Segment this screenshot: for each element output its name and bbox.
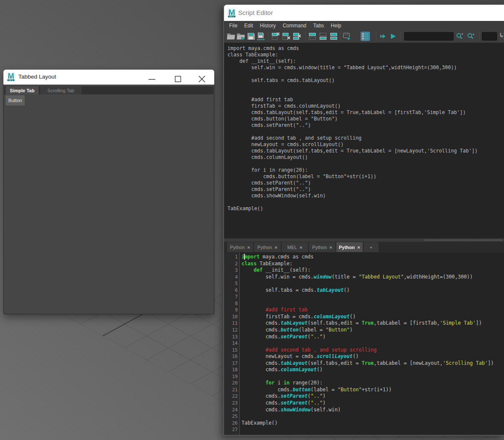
menu-command[interactable]: Command: [279, 23, 309, 29]
search-input[interactable]: [404, 32, 454, 41]
history-pane[interactable]: import maya.cmds as cmdsclass TabExample…: [224, 43, 504, 238]
line-number: 18: [224, 367, 239, 373]
maximize-button[interactable]: [173, 74, 183, 84]
tabbed-layout-window: M MAYA Tabbed Layout Simple TabScrolling…: [3, 70, 214, 314]
line-number: 15: [224, 347, 239, 354]
maya-icon: M MAYA: [6, 72, 15, 82]
code-line: cmds.button(label = "Button"+str(i+1)): [242, 387, 504, 393]
toolbar-separator: [479, 32, 480, 41]
code-area[interactable]: import maya.cmds as cmdsclass TabExample…: [242, 252, 504, 435]
code-line: def __init__(self):: [242, 267, 504, 274]
history-line: cmds.button(label = "Button"+str(i+1)): [227, 173, 504, 180]
editor-tab-python[interactable]: Python×: [336, 242, 363, 252]
code-line: [242, 300, 504, 307]
show-input-only-icon[interactable]: [318, 32, 328, 41]
code-line: [242, 413, 504, 420]
editor-tab-python[interactable]: Python×: [227, 242, 253, 252]
close-tab-icon[interactable]: ×: [329, 245, 332, 250]
editor-tab-bar: Python×Python×MEL×Python×Python×+: [224, 242, 504, 252]
menu-bar: FileEditHistoryCommandTabsHelp: [224, 21, 504, 30]
code-line: #add second tab , and setup scrolling: [242, 347, 504, 354]
line-number: 24: [224, 407, 239, 414]
clear-input-icon[interactable]: [282, 32, 291, 41]
line-number: 22: [224, 393, 239, 400]
tab-simple-tab[interactable]: Simple Tab: [6, 86, 39, 94]
new-tab-button[interactable]: +: [364, 242, 379, 252]
menu-edit[interactable]: Edit: [241, 23, 256, 29]
search-down-icon[interactable]: [455, 32, 464, 41]
history-line: cmds.setParent(".."): [227, 186, 504, 193]
history-line: cmds.tabLayout(self.tabs,edit = True,tab…: [227, 109, 504, 116]
menu-file[interactable]: File: [226, 23, 241, 29]
code-line: [242, 426, 504, 433]
history-line: [227, 199, 504, 205]
goto-line-icon[interactable]: [499, 32, 504, 41]
history-line: import maya.cmds as cmds: [227, 45, 504, 52]
line-number: 20: [224, 380, 239, 387]
history-line: TabExample(): [227, 205, 504, 212]
line-number: 13: [224, 334, 239, 340]
show-history-only-icon[interactable]: [308, 32, 317, 41]
line-number: 4: [224, 274, 239, 281]
clear-history-icon[interactable]: [271, 32, 280, 41]
toolbar-separator: [340, 32, 341, 41]
code-line: cmds.button(label = "Button"): [242, 327, 504, 334]
editor-tab-python[interactable]: Python×: [309, 242, 335, 252]
open-script-icon[interactable]: [226, 32, 236, 41]
show-both-icon[interactable]: [329, 32, 338, 41]
minimize-button[interactable]: [147, 74, 157, 84]
code-line: cmds.columnLayout(): [242, 367, 504, 373]
code-line: #add first tab: [242, 307, 504, 314]
save-to-shelf-icon[interactable]: [256, 32, 265, 41]
menu-help[interactable]: Help: [327, 23, 345, 29]
line-number-gutter: 1234567891011121314151617181920212223242…: [224, 252, 240, 435]
history-line: cmds.setParent(".."): [227, 180, 504, 186]
close-tab-icon[interactable]: ×: [357, 245, 360, 250]
echo-commands-icon[interactable]: [342, 32, 352, 41]
close-button[interactable]: [197, 74, 207, 84]
line-number: 12: [224, 327, 239, 334]
goto-line-input[interactable]: [482, 32, 497, 41]
code-line: firstTab = cmds.columnLayout(): [242, 314, 504, 320]
clear-all-icon[interactable]: [292, 32, 302, 41]
line-number: 2: [224, 261, 239, 267]
line-number: 26: [224, 420, 239, 427]
line-number: 11: [224, 320, 239, 327]
line-number: 6: [224, 287, 239, 294]
search-up-icon[interactable]: [466, 32, 475, 41]
code-line: [242, 340, 504, 347]
history-line: [227, 90, 504, 97]
code-line: self.win = cmds.window(title = "Tabbed L…: [242, 274, 504, 281]
editor-tab-python[interactable]: Python×: [254, 242, 281, 252]
close-tab-icon[interactable]: ×: [300, 245, 303, 250]
close-tab-icon[interactable]: ×: [247, 245, 250, 250]
close-tab-icon[interactable]: ×: [274, 245, 277, 250]
code-line: cmds.showWindow(self.win): [242, 407, 504, 414]
execute-all-icon[interactable]: [388, 32, 398, 41]
script-editor-titlebar[interactable]: M MAYA Script Editor: [224, 5, 504, 21]
input-pane[interactable]: 1234567891011121314151617181920212223242…: [224, 252, 504, 435]
history-line: cmds.setParent(".."): [227, 122, 504, 129]
source-script-icon[interactable]: [236, 32, 245, 41]
tab-scrolling-tab[interactable]: Scrolling Tab: [40, 86, 82, 94]
save-script-icon[interactable]: [246, 32, 256, 41]
editor-tab-mel[interactable]: MEL×: [282, 242, 308, 252]
tab-strip: Simple TabScrolling Tab: [4, 86, 213, 94]
code-line: [242, 293, 504, 300]
menu-tabs[interactable]: Tabs: [310, 23, 327, 29]
button-control[interactable]: Button: [6, 95, 25, 106]
toolbar-separator: [268, 32, 269, 41]
line-number: 27: [224, 426, 239, 433]
code-line: newLayout = cmds.scrollLayout(): [242, 353, 504, 360]
toolbar-separator: [376, 32, 376, 41]
code-line: for i in range(20):: [242, 380, 504, 387]
tabbed-layout-titlebar[interactable]: M MAYA Tabbed Layout: [3, 70, 214, 85]
menu-history[interactable]: History: [256, 23, 279, 29]
execute-icon[interactable]: [378, 32, 387, 41]
line-numbers-icon[interactable]: [361, 32, 370, 41]
pane-splitter[interactable]: [224, 238, 504, 242]
history-line: cmds.columnLayout(): [227, 154, 504, 161]
line-number: 16: [224, 353, 239, 360]
svg-text:MAYA: MAYA: [229, 16, 234, 18]
code-line: import maya.cmds as cmds: [242, 254, 504, 261]
